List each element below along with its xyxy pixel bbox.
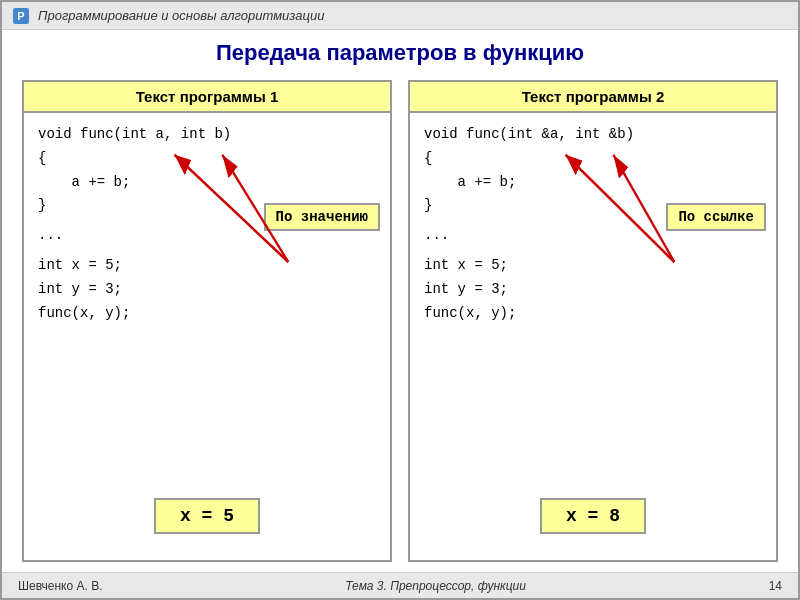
footer-right: 14 (769, 579, 782, 593)
column2-header: Текст программы 2 (410, 82, 776, 113)
column-2: Текст программы 2 void func(int &a, int … (408, 80, 778, 562)
column1-result-container: x = 5 (38, 490, 376, 550)
footer-center: Тема 3. Препроцессор, функции (345, 579, 526, 593)
column1-body: void func(int a, int b) { a += b; } ... … (24, 113, 390, 560)
slide: P Программирование и основы алгоритмизац… (0, 0, 800, 600)
column2-result: x = 8 (540, 498, 646, 534)
footer-left: Шевченко А. В. (18, 579, 102, 593)
column1-label: По значению (264, 203, 380, 231)
column-1: Текст программы 1 void func(int a, int b… (22, 80, 392, 562)
column1-code-bottom: int x = 5; int y = 3; func(x, y); (38, 254, 376, 325)
header-icon: P (12, 7, 30, 25)
slide-title: Передача параметров в функцию (22, 40, 778, 66)
column2-body: void func(int &a, int &b) { a += b; } ..… (410, 113, 776, 560)
column1-header: Текст программы 1 (24, 82, 390, 113)
column1-result: x = 5 (154, 498, 260, 534)
column2-result-container: x = 8 (424, 490, 762, 550)
header-bar: P Программирование и основы алгоритмизац… (2, 2, 798, 30)
svg-text:P: P (17, 10, 24, 22)
column2-label: По ссылке (666, 203, 766, 231)
footer-bar: Шевченко А. В. Тема 3. Препроцессор, фун… (2, 572, 798, 598)
slide-content: Передача параметров в функцию Текст прог… (2, 30, 798, 572)
header-title: Программирование и основы алгоритмизации (38, 8, 324, 23)
columns: Текст программы 1 void func(int a, int b… (22, 80, 778, 562)
column2-code-bottom: int x = 5; int y = 3; func(x, y); (424, 254, 762, 325)
